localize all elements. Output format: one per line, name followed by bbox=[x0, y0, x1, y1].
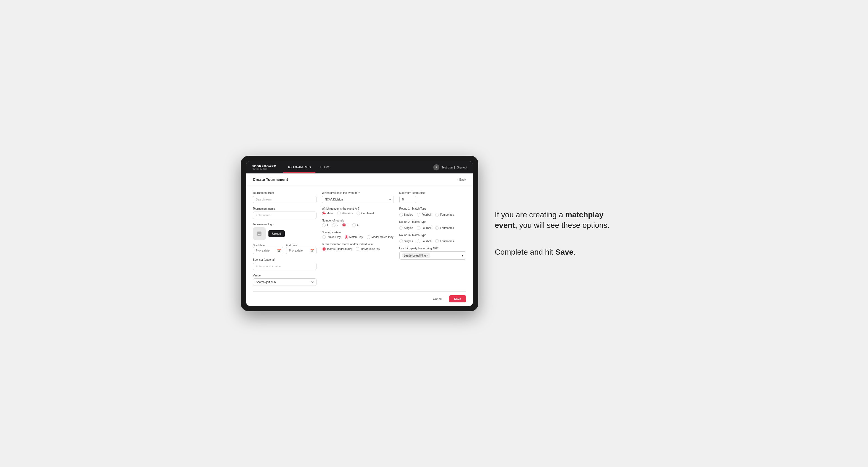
division-group: Which division is the event for? NCAA Di… bbox=[322, 191, 394, 203]
gender-combined[interactable]: Combined bbox=[356, 212, 374, 215]
rounds-3[interactable]: 3 bbox=[342, 223, 348, 227]
gender-mens-radio[interactable] bbox=[322, 212, 326, 215]
api-remove-icon[interactable]: × bbox=[427, 254, 429, 257]
scoring-medal[interactable]: Medal Match Play bbox=[367, 235, 393, 239]
rounds-2[interactable]: 2 bbox=[332, 223, 338, 227]
max-team-group: Maximum Team Size bbox=[399, 191, 466, 203]
tournament-host-label: Tournament Host bbox=[253, 191, 316, 194]
round3-singles-radio[interactable] bbox=[399, 240, 403, 243]
round2-label: Round 2 - Match Type bbox=[399, 220, 466, 223]
round3-foursomes-radio[interactable] bbox=[435, 240, 439, 243]
image-icon bbox=[256, 231, 262, 237]
teams-individuals-radio[interactable] bbox=[356, 247, 359, 251]
tab-teams[interactable]: TEAMS bbox=[315, 162, 335, 173]
round3-foursomes-label: Foursomes bbox=[440, 240, 454, 243]
round2-singles-radio[interactable] bbox=[399, 226, 403, 230]
round1-options: Singles Fourball Foursomes bbox=[399, 213, 466, 217]
teams-teams[interactable]: Teams (+Individuals) bbox=[322, 247, 352, 251]
round1-foursomes[interactable]: Foursomes bbox=[435, 213, 454, 217]
rounds-4-radio[interactable] bbox=[352, 223, 356, 227]
signout-link[interactable]: Sign out bbox=[457, 166, 467, 169]
gender-label: Which gender is the event for? bbox=[322, 207, 394, 210]
rounds-label: Number of rounds bbox=[322, 219, 394, 222]
rounds-2-radio[interactable] bbox=[332, 223, 336, 227]
round3-singles[interactable]: Singles bbox=[399, 240, 413, 243]
round2-foursomes-radio[interactable] bbox=[435, 226, 439, 230]
round2-fourball-radio[interactable] bbox=[417, 226, 420, 230]
round1-fourball-label: Fourball bbox=[422, 213, 431, 216]
start-date-group: Start date 📅 bbox=[253, 244, 283, 254]
sponsor-input[interactable] bbox=[253, 262, 316, 270]
gender-womens-radio[interactable] bbox=[337, 212, 341, 215]
scoring-match[interactable]: Match Play bbox=[345, 235, 363, 239]
round1-match-type-group: Round 1 - Match Type Singles Fourball bbox=[399, 207, 466, 217]
logo-scoreboard: SCOREBOARD bbox=[252, 165, 276, 168]
scoring-stroke-radio[interactable] bbox=[322, 235, 326, 239]
round3-fourball-radio[interactable] bbox=[417, 240, 420, 243]
venue-select[interactable]: Search golf club bbox=[253, 278, 316, 286]
tournament-host-group: Tournament Host bbox=[253, 191, 316, 203]
round2-foursomes[interactable]: Foursomes bbox=[435, 226, 454, 230]
scoring-match-radio[interactable] bbox=[345, 235, 348, 239]
teams-teams-label: Teams (+Individuals) bbox=[327, 247, 352, 250]
scoring-group: Scoring system Stroke Play Match Play bbox=[322, 231, 394, 239]
round2-singles-label: Singles bbox=[404, 226, 413, 229]
gender-womens[interactable]: Womens bbox=[337, 212, 353, 215]
form-middle-column: Which division is the event for? NCAA Di… bbox=[322, 191, 394, 286]
round1-fourball[interactable]: Fourball bbox=[417, 213, 431, 217]
round1-fourball-radio[interactable] bbox=[417, 213, 420, 217]
save-button[interactable]: Save bbox=[449, 295, 466, 302]
round3-match-type-group: Round 3 - Match Type Singles Fourball bbox=[399, 234, 466, 243]
round1-singles-label: Singles bbox=[404, 213, 413, 216]
round3-foursomes[interactable]: Foursomes bbox=[435, 240, 454, 243]
end-date-group: End date 📅 bbox=[286, 244, 316, 254]
tournament-name-input[interactable] bbox=[253, 212, 316, 219]
app-logo: SCOREBOARD Powered by clippit bbox=[252, 165, 276, 170]
form-right-column: Maximum Team Size Round 1 - Match Type S… bbox=[399, 191, 466, 286]
rounds-group: Number of rounds 1 2 bbox=[322, 219, 394, 227]
round3-fourball[interactable]: Fourball bbox=[417, 240, 431, 243]
round2-fourball-label: Fourball bbox=[422, 226, 431, 229]
round2-singles[interactable]: Singles bbox=[399, 226, 413, 230]
rounds-1[interactable]: 1 bbox=[322, 223, 329, 227]
cancel-button[interactable]: Cancel bbox=[429, 295, 446, 302]
tab-tournaments[interactable]: TOURNAMENTS bbox=[283, 162, 315, 173]
page-title: Create Tournament bbox=[253, 177, 288, 182]
teams-teams-radio[interactable] bbox=[322, 247, 326, 251]
start-date-wrap: 📅 bbox=[253, 247, 283, 254]
back-button[interactable]: ‹ Back bbox=[457, 178, 466, 181]
upload-button[interactable]: Upload bbox=[269, 230, 285, 237]
scoring-medal-radio[interactable] bbox=[367, 235, 370, 239]
round1-foursomes-radio[interactable] bbox=[435, 213, 439, 217]
api-group: Use third-party live scoring API? Leader… bbox=[399, 247, 466, 259]
gender-mens[interactable]: Mens bbox=[322, 212, 333, 215]
nav-user: T Test User | Sign out bbox=[433, 164, 467, 170]
annotation-top: If you are creating a matchplay event, y… bbox=[495, 210, 627, 230]
rounds-2-label: 2 bbox=[337, 224, 338, 227]
tournament-name-label: Tournament name bbox=[253, 207, 316, 210]
round1-foursomes-label: Foursomes bbox=[440, 213, 454, 216]
api-value: Leaderboard King bbox=[404, 254, 426, 257]
rounds-1-radio[interactable] bbox=[322, 223, 326, 227]
round1-singles[interactable]: Singles bbox=[399, 213, 413, 217]
teams-individuals[interactable]: Individuals Only bbox=[356, 247, 380, 251]
division-label: Which division is the event for? bbox=[322, 191, 394, 194]
rounds-4[interactable]: 4 bbox=[352, 223, 359, 227]
division-select[interactable]: NCAA Division I bbox=[322, 196, 394, 203]
logo-upload-area: Upload bbox=[253, 227, 316, 240]
rounds-3-radio[interactable] bbox=[342, 223, 346, 227]
scoring-stroke[interactable]: Stroke Play bbox=[322, 235, 341, 239]
rounds-1-label: 1 bbox=[327, 224, 329, 227]
max-team-input[interactable] bbox=[399, 196, 416, 203]
avatar: T bbox=[433, 164, 439, 170]
round1-singles-radio[interactable] bbox=[399, 213, 403, 217]
gender-combined-radio[interactable] bbox=[356, 212, 360, 215]
teams-individuals-label: Individuals Only bbox=[361, 247, 380, 250]
round2-match-type-group: Round 2 - Match Type Singles Fourball bbox=[399, 220, 466, 230]
venue-label: Venue bbox=[253, 274, 316, 277]
api-select-wrap[interactable]: Leaderboard King × ▾ bbox=[399, 251, 466, 259]
round2-fourball[interactable]: Fourball bbox=[417, 226, 431, 230]
tournament-host-input[interactable] bbox=[253, 196, 316, 203]
calendar-icon-end: 📅 bbox=[310, 249, 314, 253]
tablet-screen: SCOREBOARD Powered by clippit TOURNAMENT… bbox=[246, 161, 473, 306]
